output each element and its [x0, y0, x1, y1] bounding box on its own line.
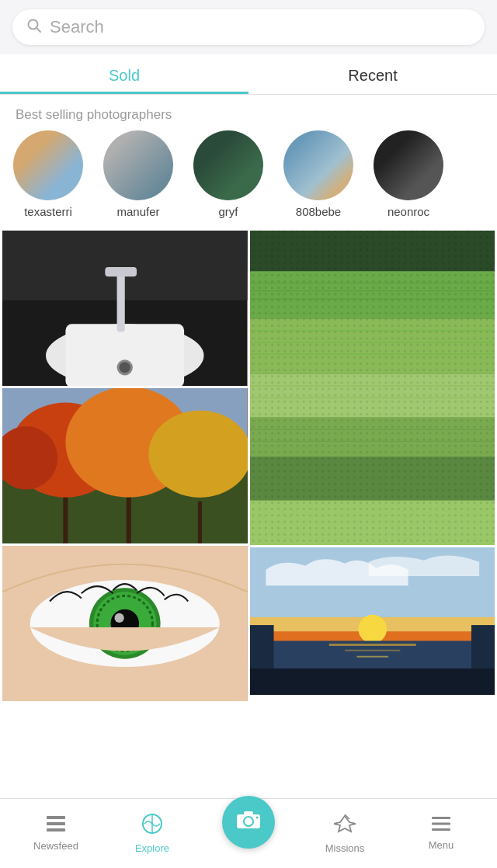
photo-fabric[interactable]: [250, 231, 495, 545]
search-bar[interactable]: Search: [12, 9, 485, 45]
avatar-neonroc[interactable]: [374, 130, 443, 200]
svg-rect-72: [432, 823, 450, 825]
photographer-item[interactable]: texasterri: [9, 130, 87, 218]
svg-rect-71: [432, 817, 450, 819]
svg-rect-59: [250, 668, 495, 695]
svg-rect-73: [432, 828, 450, 831]
photographer-item[interactable]: 808bebe: [280, 130, 357, 218]
search-bar-container: Search: [0, 0, 497, 54]
svg-rect-62: [47, 828, 65, 832]
svg-point-9: [120, 362, 130, 373]
nav-label-menu: Menu: [429, 839, 454, 851]
svg-point-69: [256, 817, 259, 819]
photo-sunset[interactable]: [250, 547, 495, 695]
svg-point-15: [148, 411, 247, 498]
svg-point-52: [358, 615, 387, 644]
photo-col-right: [250, 231, 495, 701]
nav-label-missions: Missions: [325, 842, 365, 854]
nav-label-explore: Explore: [135, 842, 169, 854]
missions-icon: [334, 813, 356, 839]
nav-item-newsfeed[interactable]: Newsfeed: [8, 809, 104, 858]
svg-rect-60: [47, 816, 65, 819]
svg-rect-7: [105, 267, 137, 276]
nav-item-camera[interactable]: [200, 813, 297, 855]
svg-rect-68: [244, 811, 253, 816]
photographer-name-neonroc: neonroc: [388, 205, 429, 218]
photographer-name-texasterri: texasterri: [24, 205, 72, 218]
nav-item-missions[interactable]: Missions: [297, 807, 393, 860]
search-placeholder: Search: [50, 17, 104, 37]
photographers-scroll[interactable]: texasterri manufer gryf 808bebe neonroc: [0, 130, 497, 231]
photographer-item[interactable]: manufer: [99, 130, 177, 218]
avatar-gryf[interactable]: [193, 130, 263, 200]
svg-line-1: [36, 28, 40, 32]
search-icon: [26, 18, 42, 37]
avatar-texasterri[interactable]: [13, 130, 83, 200]
svg-point-67: [246, 819, 252, 825]
photographer-name-808bebe: 808bebe: [296, 205, 341, 218]
nav-label-newsfeed: Newsfeed: [33, 840, 78, 852]
photographer-name-manufer: manufer: [116, 205, 159, 218]
photographer-item[interactable]: neonroc: [370, 130, 447, 218]
avatar-manufer[interactable]: [103, 130, 173, 200]
photographer-item[interactable]: gryf: [189, 130, 267, 218]
explore-icon: [141, 813, 163, 839]
tabs-container: Sold Recent: [0, 54, 497, 95]
photo-col-left: [2, 231, 248, 701]
svg-rect-47: [250, 231, 495, 545]
newsfeed-icon: [46, 815, 66, 837]
svg-point-27: [115, 613, 124, 623]
nav-item-menu[interactable]: Menu: [393, 810, 489, 857]
photo-grid: [0, 231, 497, 701]
camera-icon: [235, 808, 262, 835]
photographer-name-gryf: gryf: [218, 205, 238, 218]
photo-eye[interactable]: [2, 546, 248, 701]
camera-button[interactable]: [222, 796, 275, 849]
bottom-nav: Newsfeed Explore: [0, 798, 497, 868]
nav-item-explore[interactable]: Explore: [104, 807, 200, 860]
tab-sold[interactable]: Sold: [0, 54, 248, 94]
section-label-best-selling: Best selling photographers: [0, 95, 497, 130]
svg-rect-61: [47, 822, 65, 825]
svg-rect-6: [117, 269, 125, 332]
svg-rect-5: [65, 324, 184, 386]
tab-recent[interactable]: Recent: [248, 54, 497, 94]
avatar-808bebe[interactable]: [283, 130, 353, 200]
photo-sink[interactable]: [2, 231, 248, 386]
menu-icon: [431, 816, 451, 836]
photo-autumn[interactable]: [2, 388, 248, 543]
